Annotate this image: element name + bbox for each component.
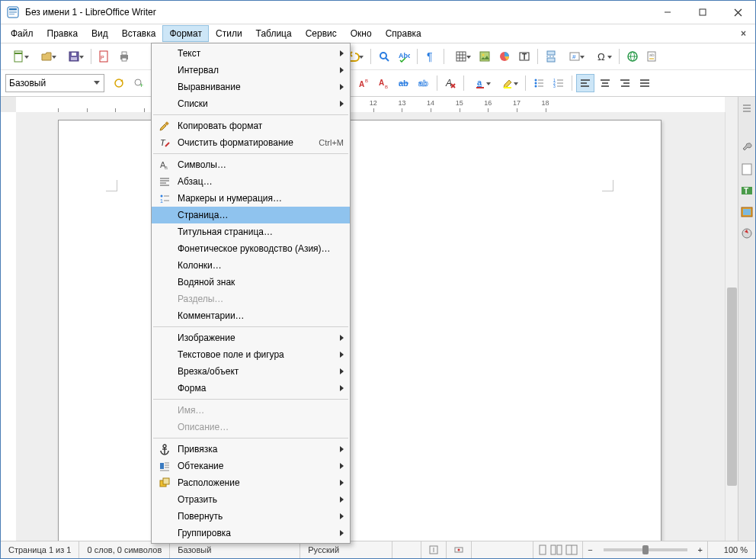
close-document-button[interactable]: × (735, 27, 752, 40)
zoom-slider[interactable] (604, 548, 687, 551)
numbering-button[interactable]: 123 (549, 74, 568, 92)
new-button[interactable] (6, 47, 32, 66)
menu-group-sub[interactable]: Группировка (152, 525, 350, 541)
menu-frame-sub[interactable]: Врезка/объект (152, 363, 350, 380)
align-right-button[interactable] (616, 74, 634, 92)
print-button[interactable] (115, 47, 133, 66)
vertical-scrollbar[interactable] (725, 112, 738, 541)
align-justify-button[interactable] (636, 74, 654, 92)
spellcheck-button[interactable]: Abc (395, 47, 413, 66)
menu-align-sub[interactable]: Выравнивание (152, 79, 350, 95)
menu-styles[interactable]: Стили (209, 25, 249, 42)
status-insert-mode[interactable] (421, 541, 447, 558)
status-style[interactable]: Базовый (170, 541, 300, 558)
zoom-out-button[interactable]: − (583, 541, 597, 558)
nonprinting-button[interactable]: ¶ (421, 47, 440, 66)
status-wordcount[interactable]: 0 слов, 0 символов (79, 541, 170, 558)
superscript-button[interactable]: AB (355, 74, 373, 92)
menu-textbox-sub[interactable]: Текстовое поле и фигура (152, 346, 350, 363)
horizontal-ruler[interactable]: 9101112131415161718 (16, 97, 725, 113)
maximize-button[interactable] (685, 1, 720, 24)
menu-flip-sub[interactable]: Отразить (152, 491, 350, 508)
menu-table[interactable]: Таблица (249, 25, 299, 42)
align-left-button[interactable] (576, 74, 594, 92)
menu-arrange-sub[interactable]: Расположение (152, 474, 350, 491)
paragraph-style-combo[interactable]: Базовый (5, 74, 104, 92)
status-language[interactable]: Русский (300, 541, 392, 558)
menu-title-page[interactable]: Титульная страница… (152, 223, 350, 240)
field-button[interactable]: # (562, 47, 588, 66)
zoom-in-button[interactable]: + (694, 545, 707, 554)
specialchar-button[interactable]: Ω (589, 47, 615, 66)
outline-font-button[interactable]: ab (415, 74, 433, 92)
sidebar-gallery-icon[interactable] (739, 204, 754, 220)
clear-format-button[interactable]: A (441, 74, 460, 92)
zoom-value[interactable]: 100 % (707, 541, 755, 558)
textbox-button[interactable]: T (515, 47, 533, 66)
open-button[interactable] (34, 47, 59, 66)
menu-edit[interactable]: Правка (40, 25, 85, 42)
menu-clear-formatting[interactable]: TОчистить форматированиеCtrl+M (152, 134, 350, 151)
highlight-button[interactable] (495, 74, 521, 92)
update-style-button[interactable] (110, 74, 128, 92)
sidebar-navigator-icon[interactable] (739, 225, 754, 242)
svg-rect-100 (557, 545, 562, 554)
menu-window[interactable]: Окно (344, 25, 379, 42)
status-signature[interactable] (472, 541, 533, 558)
sidebar-properties-icon[interactable] (739, 140, 754, 156)
menu-anchor-sub[interactable]: Привязка (152, 441, 350, 458)
strikethrough-alt-button[interactable]: ab (395, 74, 413, 92)
status-selection-mode[interactable] (447, 541, 472, 558)
menu-help[interactable]: Справка (379, 25, 428, 42)
image-button[interactable] (476, 47, 494, 66)
hyperlink-button[interactable] (623, 47, 642, 66)
sidebar-settings-icon[interactable] (739, 100, 754, 117)
view-book-icon[interactable] (565, 545, 578, 555)
view-multi-icon[interactable] (550, 545, 562, 555)
export-pdf-button[interactable]: P (95, 47, 114, 66)
pagebreak-button[interactable] (542, 47, 560, 66)
bullets-button[interactable] (530, 74, 548, 92)
menu-watermark[interactable]: Водяной знак (152, 274, 350, 291)
view-single-icon[interactable] (538, 545, 547, 555)
subscript-button[interactable]: AB (375, 74, 393, 92)
menu-character-dialog[interactable]: AaСимволы… (152, 156, 350, 173)
chart-button[interactable] (495, 47, 514, 66)
scrollbar-thumb[interactable] (727, 288, 737, 486)
menu-image-sub[interactable]: Изображение (152, 329, 350, 346)
menu-view[interactable]: Вид (85, 25, 115, 42)
sidebar-styles-icon[interactable]: T (739, 182, 754, 199)
close-button[interactable] (720, 1, 755, 24)
menu-file[interactable]: Файл (4, 25, 40, 42)
menu-spacing-sub[interactable]: Интервал (152, 62, 350, 79)
svg-rect-2 (9, 11, 17, 11)
menu-rotate-sub[interactable]: Повернуть (152, 508, 350, 525)
menu-form-sub[interactable]: Форма (152, 380, 350, 397)
align-center-button[interactable] (596, 74, 614, 92)
menu-insert[interactable]: Вставка (115, 25, 163, 42)
menu-clone-formatting[interactable]: Копировать формат (152, 117, 350, 134)
document-area[interactable] (16, 112, 725, 541)
menu-format[interactable]: Формат (162, 25, 209, 42)
font-color-button[interactable]: a (468, 74, 494, 92)
page[interactable] (58, 120, 662, 541)
menu-tools[interactable]: Сервис (299, 25, 344, 42)
menu-bullets-dialog[interactable]: 1Маркеры и нумерация… (152, 190, 350, 207)
vertical-ruler[interactable] (1, 112, 17, 541)
sidebar-page-icon[interactable] (739, 161, 754, 178)
menu-phonetic-guide[interactable]: Фонетическое руководство (Азия)… (152, 240, 350, 257)
status-page[interactable]: Страница 1 из 1 (1, 541, 79, 558)
menu-paragraph-dialog[interactable]: Абзац… (152, 173, 350, 190)
menu-character-sub[interactable]: Текст (152, 45, 350, 62)
menu-page-dialog[interactable]: Страница… (152, 207, 350, 223)
menu-lists-sub[interactable]: Списки (152, 95, 350, 112)
menu-wrap-sub[interactable]: Обтекание (152, 458, 350, 474)
minimize-button[interactable] (650, 1, 685, 24)
find-button[interactable] (375, 47, 393, 66)
table-button[interactable] (448, 47, 474, 66)
menu-columns[interactable]: Колонки… (152, 257, 350, 274)
footnote-button[interactable]: ab (643, 47, 662, 66)
new-style-button[interactable]: + (130, 74, 148, 92)
save-button[interactable] (61, 47, 87, 66)
menu-comments[interactable]: Комментарии… (152, 307, 350, 324)
